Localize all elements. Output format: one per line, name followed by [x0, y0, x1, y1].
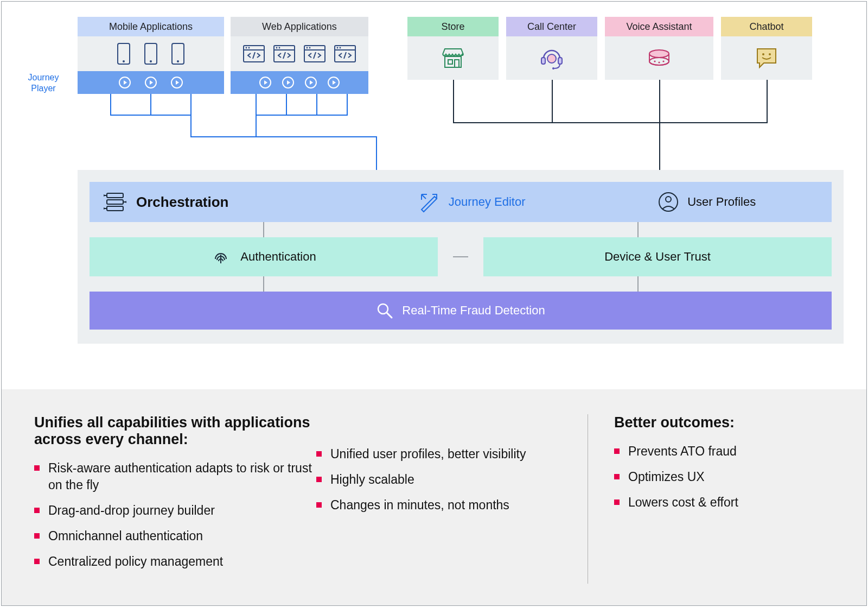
headset-icon [539, 46, 564, 71]
header-call: Call Center [506, 17, 597, 36]
svg-point-12 [248, 47, 250, 49]
icon-call [506, 36, 597, 80]
svg-rect-31 [455, 60, 459, 67]
bullet: Prevents ATO fraud [614, 443, 815, 460]
connector [110, 115, 192, 116]
connector [637, 276, 639, 292]
connector [190, 94, 192, 115]
svg-point-15 [276, 47, 278, 49]
journey-editor-label: Journey Editor [449, 195, 526, 209]
svg-point-19 [307, 47, 308, 49]
unifies-heading: Unifies all capabilities with applicatio… [34, 414, 316, 448]
connector [552, 80, 553, 122]
bullet: Centralized policy management [34, 553, 316, 570]
connector [256, 115, 257, 136]
phone-icon [143, 42, 159, 65]
bullet: Optimizes UX [614, 469, 815, 485]
connector [256, 94, 257, 115]
browser-code-icon [242, 45, 265, 63]
svg-rect-32 [541, 58, 545, 64]
device-trust-box: Device & User Trust [483, 237, 832, 276]
svg-point-47 [666, 197, 671, 202]
player-row-web [231, 71, 368, 94]
phone-icon [170, 42, 186, 65]
svg-rect-44 [107, 200, 123, 204]
play-icon [170, 76, 183, 89]
footer-col-3: Better outcomes: Prevents ATO fraud Opti… [588, 414, 815, 584]
smart-speaker-icon [646, 48, 672, 68]
svg-point-16 [279, 47, 280, 49]
connector [637, 222, 639, 237]
authentication-box: Authentication [90, 237, 438, 276]
journey-player-label: Journey Player [19, 72, 68, 94]
card-web-applications: Web Applications [231, 17, 368, 94]
svg-point-41 [762, 53, 764, 55]
connector [263, 222, 264, 237]
connector [453, 122, 768, 123]
card-chatbot: Chatbot [721, 17, 812, 80]
header-store: Store [407, 17, 499, 36]
storefront-icon [441, 47, 465, 69]
svg-rect-30 [448, 60, 452, 64]
bullet: Lowers cost & effort [614, 494, 815, 511]
device-trust-label: Device & User Trust [604, 250, 711, 264]
header-chatbot: Chatbot [721, 17, 812, 36]
icon-row-web [231, 36, 368, 71]
svg-point-40 [662, 60, 664, 62]
header-mobile: Mobile Applications [78, 17, 224, 36]
icon-chatbot [721, 36, 812, 80]
fingerprint-icon [211, 247, 231, 267]
svg-point-24 [340, 47, 341, 49]
play-icon [118, 76, 131, 89]
user-profiles-label: User Profiles [687, 195, 756, 209]
connector [110, 94, 111, 115]
fraud-detection-bar: Real-Time Fraud Detection [90, 292, 832, 330]
svg-point-34 [547, 54, 556, 63]
svg-rect-45 [107, 206, 123, 211]
phone-icon [116, 42, 132, 65]
header-web: Web Applications [231, 17, 368, 36]
bullet: Unified user profiles, better visibility [316, 446, 588, 463]
connector [453, 256, 468, 257]
connector [347, 94, 348, 115]
svg-point-23 [337, 47, 339, 49]
svg-rect-43 [107, 193, 123, 198]
magnifier-icon [376, 302, 393, 319]
connector [659, 80, 660, 138]
svg-point-20 [309, 47, 311, 49]
svg-point-42 [769, 53, 771, 55]
connector [767, 80, 768, 122]
connector [453, 80, 454, 122]
card-call-center: Call Center [506, 17, 597, 80]
orchestration-title: Orchestration [136, 194, 229, 211]
svg-point-11 [246, 47, 247, 49]
connector [316, 94, 317, 115]
footer-block: Unifies all capabilities with applicatio… [2, 389, 866, 605]
card-store: Store [407, 17, 499, 80]
svg-point-3 [150, 60, 152, 62]
connector [190, 136, 377, 137]
bullet: Risk-aware authentication adapts to risk… [34, 460, 316, 494]
play-icon [327, 76, 340, 89]
footer-col-1: Unifies all capabilities with applicatio… [34, 414, 316, 584]
browser-code-icon [334, 45, 356, 63]
play-icon [304, 76, 317, 89]
svg-point-1 [123, 60, 125, 62]
player-row-mobile [78, 71, 224, 94]
bullet: Changes in minutes, not months [316, 497, 588, 514]
connector [263, 276, 264, 292]
footer-col-2: Unified user profiles, better visibility… [316, 414, 588, 584]
connector [286, 94, 287, 115]
play-icon [144, 76, 157, 89]
card-mobile-applications: Mobile Applications [78, 17, 224, 94]
orchestration-bar: Orchestration Journey Editor User Profil… [90, 182, 832, 222]
connector [190, 115, 192, 136]
svg-point-35 [552, 67, 554, 69]
svg-rect-33 [558, 58, 562, 64]
fraud-label: Real-Time Fraud Detection [402, 303, 545, 318]
svg-point-5 [177, 60, 179, 62]
orchestration-icon [103, 191, 127, 213]
browser-code-icon [303, 45, 326, 63]
card-voice-assistant: Voice Assistant [605, 17, 713, 80]
svg-point-39 [658, 61, 660, 63]
